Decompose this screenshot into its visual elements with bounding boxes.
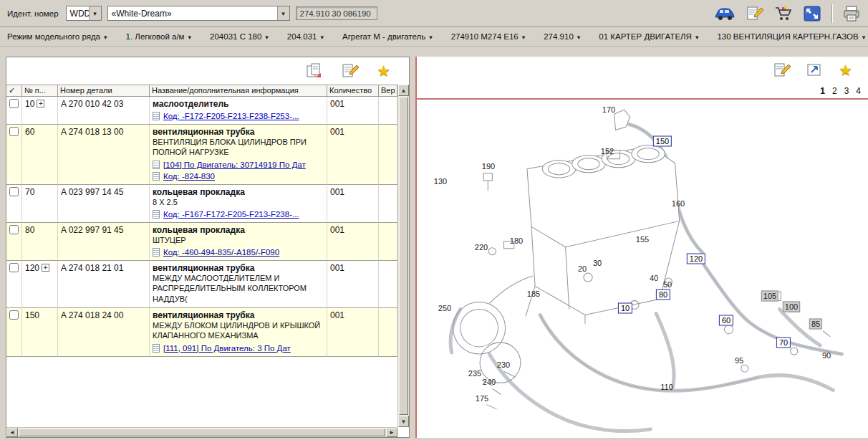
table-row[interactable]: 70A 023 997 14 45кольцевая прокладка8 X … (6, 185, 397, 223)
row-select-checkbox[interactable] (9, 99, 19, 108)
position-number: 120 (25, 263, 39, 273)
nav-dropdown[interactable]: 274910 M274 E16▾ (451, 32, 526, 41)
page-number[interactable]: 3 (844, 86, 849, 96)
diagram-callout[interactable]: 130 (434, 177, 447, 186)
table-row[interactable]: 80A 022 997 91 45кольцевая прокладкаШТУЦ… (6, 223, 397, 261)
diagram-callout[interactable]: 155 (636, 235, 649, 244)
diagram-callout[interactable]: 175 (476, 394, 488, 403)
open-window-icon[interactable] (806, 62, 824, 79)
expand-button[interactable]: + (42, 264, 49, 272)
footnote-link[interactable]: Код: -F167-F172-F205-F213-F238-... (163, 210, 299, 219)
edit-notes-icon[interactable] (746, 5, 764, 22)
page-selector: 1234 (417, 84, 868, 98)
model-name-combobox[interactable]: «White-Dream» ▾ (107, 6, 290, 21)
diagram-callout[interactable]: 110 (660, 383, 673, 392)
version (379, 97, 397, 125)
chevron-down-icon: ▾ (577, 34, 581, 41)
diagram-callout[interactable]: 160 (672, 199, 685, 209)
diagram-callout[interactable]: 70 (776, 338, 791, 348)
diagram-callout[interactable]: 50 (663, 280, 672, 290)
diagram-callout[interactable]: 120 (687, 254, 705, 264)
note-icon (153, 210, 160, 219)
diagram-callout[interactable]: 90 (822, 351, 831, 360)
row-select-checkbox[interactable] (9, 187, 19, 196)
horizontal-scrollbar[interactable]: ◄ ► (6, 427, 397, 437)
footnote-link[interactable]: Код: -460-494-835/-A185/-F090 (163, 248, 279, 257)
nav-dropdown[interactable]: Режим модельного ряда▾ (7, 32, 107, 41)
row-select-checkbox[interactable] (9, 263, 19, 272)
column-version: Вер (379, 85, 397, 97)
page-number[interactable]: 2 (832, 86, 837, 96)
parts-table-header: ✓ № п... Номер детали Название/дополните… (6, 85, 397, 97)
scrollbar-thumb[interactable] (399, 97, 408, 415)
diagram-callout[interactable]: 152 (601, 147, 614, 156)
diagram-callout[interactable]: 185 (527, 290, 540, 299)
scroll-right-button[interactable]: ► (386, 428, 397, 437)
nav-dropdown[interactable]: 204031 C 180▾ (210, 32, 269, 41)
diagram-callout[interactable]: 220 (475, 243, 488, 252)
edit-image-icon[interactable] (773, 62, 791, 79)
footnote-link[interactable]: [104] По Двигатель: 30714919 По Дат (163, 161, 306, 169)
shopping-cart-icon[interactable] (774, 5, 793, 22)
diagram-callout[interactable]: 180 (510, 236, 523, 246)
row-select-checkbox[interactable] (9, 127, 19, 136)
vertical-scrollbar[interactable]: ▲ ▼ (397, 85, 409, 427)
diagram-callout[interactable]: 100 (783, 302, 800, 312)
diagram-callout[interactable]: 170 (602, 105, 615, 115)
row-select-checkbox[interactable] (9, 225, 19, 234)
page-number[interactable]: 4 (856, 86, 861, 96)
table-row[interactable]: 150A 274 018 24 00вентиляционная трубкаМ… (6, 308, 397, 357)
diagram-callout[interactable]: 95 (735, 356, 743, 365)
chevron-down-icon[interactable]: ▾ (277, 6, 289, 20)
nav-dropdown[interactable]: 274.910▾ (544, 32, 580, 41)
favorites-star-icon[interactable]: ★ (377, 64, 390, 78)
footnote-link[interactable]: [111, 091] По Двигатель: 3 По Дат (163, 344, 291, 353)
nav-dropdown[interactable]: 1. Легковой а/м▾ (126, 32, 192, 41)
chevron-down-icon: ▾ (104, 34, 107, 41)
vin-field[interactable]: 274.910 30 086190 (296, 6, 377, 20)
table-row[interactable]: 120+A 274 018 21 01вентиляционная трубка… (6, 261, 397, 308)
table-row[interactable]: 60A 274 018 13 00вентиляционная трубкаВЕ… (6, 125, 397, 185)
nav-dropdown[interactable]: 01 КАРТЕР ДВИГАТЕЛЯ▾ (599, 32, 698, 41)
print-icon[interactable] (842, 5, 861, 22)
favorites-star-icon[interactable]: ★ (839, 63, 852, 77)
edit-document-icon[interactable] (341, 62, 360, 80)
diagram-callout[interactable]: 85 (809, 319, 822, 330)
scroll-up-button[interactable]: ▲ (398, 85, 409, 96)
diagram-callout[interactable]: 230 (497, 360, 510, 370)
part-name: маслоотделитель (153, 99, 324, 109)
diagram-callout[interactable]: 10 (618, 303, 632, 314)
scroll-down-button[interactable]: ▼ (398, 416, 409, 427)
vehicle-data-icon[interactable] (714, 6, 736, 21)
nav-dropdown[interactable]: Агрегат M - двигатель▾ (342, 32, 433, 41)
chevron-down-icon[interactable]: ▾ (89, 6, 101, 20)
diagram-callout[interactable]: 250 (438, 304, 451, 313)
diagram-callout[interactable]: 30 (593, 259, 602, 268)
diagram-callout[interactable]: 80 (656, 290, 670, 300)
panel-splitter[interactable] (410, 57, 415, 438)
footnote-link[interactable]: Код: -F172-F205-F213-F238-F253-... (163, 112, 299, 120)
row-select-checkbox[interactable] (9, 310, 19, 320)
diagram-callout[interactable]: 60 (719, 315, 733, 326)
diagram-callout[interactable]: 105 (761, 291, 778, 302)
chevron-down-icon: ▾ (188, 34, 192, 41)
table-row[interactable]: 10+A 270 010 42 03маслоотделительКод: -F… (6, 97, 397, 125)
fullscreen-icon[interactable] (803, 5, 821, 22)
version (379, 223, 397, 261)
nav-dropdown[interactable]: 130 ВЕНТИЛЯЦИЯ КАРТЕРН.ГАЗОВ▾ (717, 32, 865, 41)
diagram-callout[interactable]: 150 (653, 136, 672, 147)
diagram-callout[interactable]: 20 (578, 264, 587, 274)
diagram-callout[interactable]: 240 (483, 378, 496, 387)
expand-button[interactable]: + (37, 100, 44, 107)
footnote-link[interactable]: Код: -824-830 (163, 172, 215, 181)
diagram-callout[interactable]: 40 (650, 274, 658, 283)
nav-dropdown[interactable]: 204.031▾ (287, 32, 324, 41)
scroll-left-button[interactable]: ◄ (6, 428, 18, 437)
diagram-callout[interactable]: 190 (482, 162, 495, 171)
diagram-callout[interactable]: 235 (468, 369, 481, 378)
page-number[interactable]: 1 (820, 86, 825, 96)
chevron-down-icon: ▾ (265, 34, 269, 41)
scrollbar-thumb[interactable] (19, 429, 385, 436)
wmi-combobox[interactable]: WDD ▾ (66, 6, 102, 21)
copy-document-icon[interactable] (305, 62, 324, 80)
